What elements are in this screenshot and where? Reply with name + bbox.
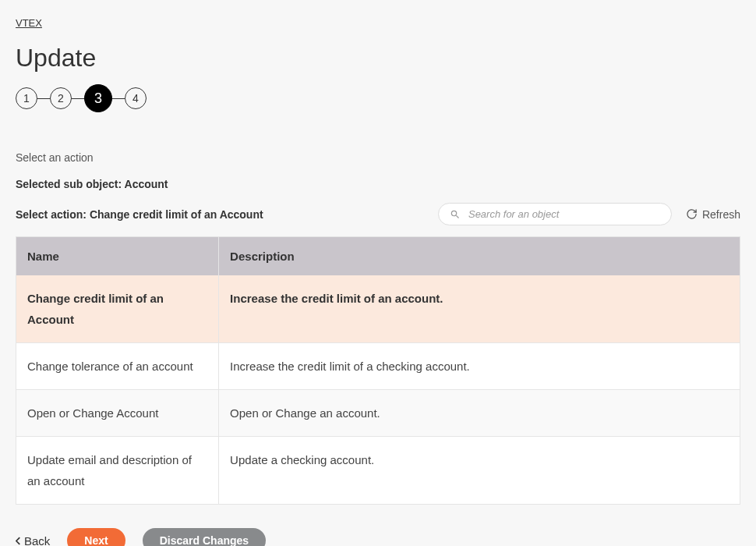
selected-sub-object: Selected sub object: Account: [16, 178, 740, 190]
search-box[interactable]: [438, 203, 672, 225]
row-description: Open or Change an account.: [219, 390, 740, 437]
row-name: Change credit limit of an Account: [16, 275, 219, 343]
table-header-name: Name: [16, 237, 219, 276]
discard-button[interactable]: Discard Changes: [143, 528, 266, 546]
refresh-icon: [686, 208, 698, 220]
step-1[interactable]: 1: [16, 87, 37, 109]
row-description: Update a checking account.: [219, 437, 740, 505]
table-row[interactable]: Open or Change AccountOpen or Change an …: [16, 390, 740, 437]
step-2[interactable]: 2: [50, 87, 72, 109]
back-button[interactable]: Back: [16, 534, 50, 547]
table-row[interactable]: Update email and description of an accou…: [16, 437, 740, 505]
section-label: Select an action: [16, 151, 740, 164]
select-action-label: Select action: Change credit limit of an…: [16, 208, 263, 221]
refresh-label: Refresh: [702, 208, 740, 221]
table-body: Change credit limit of an AccountIncreas…: [16, 275, 740, 505]
step-connector: [72, 98, 84, 99]
table-row[interactable]: Change tolerance of an accountIncrease t…: [16, 343, 740, 390]
next-button[interactable]: Next: [67, 528, 125, 546]
row-name: Change tolerance of an account: [16, 343, 219, 390]
row-description: Increase the credit limit of a checking …: [219, 343, 740, 390]
table-row[interactable]: Change credit limit of an AccountIncreas…: [16, 275, 740, 343]
step-connector: [112, 98, 125, 99]
row-name: Update email and description of an accou…: [16, 437, 219, 505]
step-4[interactable]: 4: [125, 87, 147, 109]
actions-table: Name Description Change credit limit of …: [16, 236, 740, 505]
back-label: Back: [24, 534, 50, 547]
stepper: 1234: [16, 84, 740, 112]
page-title: Update: [16, 44, 740, 73]
search-icon: [450, 209, 461, 220]
refresh-button[interactable]: Refresh: [686, 208, 740, 221]
row-name: Open or Change Account: [16, 390, 219, 437]
chevron-left-icon: [16, 537, 21, 545]
row-description: Increase the credit limit of an account.: [219, 275, 740, 343]
step-connector: [37, 98, 50, 99]
breadcrumb[interactable]: VTEX: [16, 17, 42, 29]
table-header-description: Description: [219, 237, 740, 276]
search-input[interactable]: [468, 208, 660, 220]
step-3[interactable]: 3: [84, 84, 112, 112]
